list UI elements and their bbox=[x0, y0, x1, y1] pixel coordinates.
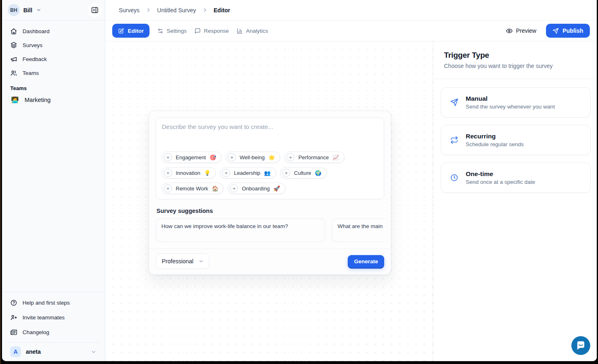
breadcrumb-editor: Editor bbox=[214, 7, 230, 14]
plus-icon: + bbox=[286, 153, 294, 161]
eye-icon bbox=[506, 27, 513, 34]
option-title: Manual bbox=[466, 95, 555, 102]
trigger-option-manual[interactable]: Manual Send the survey whenever you want bbox=[441, 87, 591, 118]
plus-icon: + bbox=[164, 169, 172, 177]
trigger-type-panel: Trigger Type Choose how you want to trig… bbox=[433, 41, 597, 361]
sidebar-header: BH Bill bbox=[2, 0, 105, 20]
topic-label: Leadership bbox=[234, 170, 260, 176]
pencil-square-icon bbox=[118, 28, 124, 34]
editor-canvas[interactable]: Describe the survey you want to create..… bbox=[105, 41, 433, 361]
breadcrumb: Surveys Untitled Survey Editor bbox=[105, 0, 597, 20]
sidebar-nav: Dashboard Surveys Feedback Teams Teams 🧑… bbox=[2, 20, 105, 106]
sidebar-item-dashboard[interactable]: Dashboard bbox=[7, 24, 100, 38]
preview-label: Preview bbox=[516, 27, 537, 34]
tab-editor[interactable]: Editor bbox=[112, 24, 150, 38]
plus-icon: + bbox=[164, 184, 172, 192]
suggestions-row: How can we improve work-life balance in … bbox=[156, 218, 384, 242]
sidebar-item-label: Surveys bbox=[23, 42, 43, 48]
tab-analytics[interactable]: Analytics bbox=[237, 28, 268, 34]
suggestion-card[interactable]: What are the main ob bbox=[332, 218, 384, 242]
tone-select[interactable]: Professional bbox=[156, 253, 209, 269]
chat-launcher-button[interactable] bbox=[571, 336, 590, 355]
users-icon bbox=[10, 70, 17, 77]
sidebar-item-label: Teams bbox=[23, 70, 39, 76]
main-area: Surveys Untitled Survey Editor Editor Se… bbox=[105, 0, 597, 361]
breadcrumb-untitled-survey[interactable]: Untitled Survey bbox=[157, 7, 196, 14]
bulb-emoji-icon: 💡 bbox=[204, 170, 211, 176]
glowing-star-emoji-icon: 🌟 bbox=[268, 154, 275, 161]
preview-button[interactable]: Preview bbox=[506, 27, 537, 34]
topic-chip-innovation[interactable]: +Innovation💡 bbox=[162, 167, 216, 179]
megaphone-icon bbox=[10, 56, 17, 63]
chevron-down-icon bbox=[198, 258, 204, 264]
option-desc: Schedule regular sends bbox=[466, 141, 524, 147]
toolbar-tabs: Editor Settings Response Analytics bbox=[112, 24, 268, 38]
tab-label: Editor bbox=[128, 28, 144, 34]
house-emoji-icon: 🏠 bbox=[212, 185, 218, 192]
tab-label: Response bbox=[204, 28, 229, 34]
publish-label: Publish bbox=[562, 27, 583, 34]
sidebar-item-marketing[interactable]: 🧑‍💻 Marketing bbox=[7, 93, 100, 106]
trigger-options: Manual Send the survey whenever you want… bbox=[433, 79, 597, 193]
option-desc: Send once at a specific date bbox=[466, 179, 535, 185]
account-menu[interactable]: A aneta bbox=[7, 342, 100, 358]
sidebar-item-feedback[interactable]: Feedback bbox=[7, 52, 100, 66]
account-name: aneta bbox=[26, 348, 41, 355]
sidebar-collapse-button[interactable] bbox=[88, 3, 102, 17]
topic-chip-performance[interactable]: +Performance📈 bbox=[284, 151, 344, 163]
trigger-option-recurring[interactable]: Recurring Schedule regular sends bbox=[441, 125, 591, 155]
topic-chip-remote-work[interactable]: +Remote Work🏠 bbox=[162, 183, 224, 194]
footer-item-label: Changelog bbox=[23, 329, 49, 335]
content-area: Describe the survey you want to create..… bbox=[105, 41, 597, 361]
suggestion-card[interactable]: How can we improve work-life balance in … bbox=[156, 218, 325, 242]
plus-icon: + bbox=[164, 153, 172, 161]
sidebar-item-surveys[interactable]: Surveys bbox=[7, 38, 100, 52]
trigger-option-one-time[interactable]: One-time Send once at a specific date bbox=[441, 163, 591, 193]
bar-chart-icon bbox=[237, 28, 243, 34]
topic-chip-culture[interactable]: +Culture🌍 bbox=[280, 167, 327, 179]
plus-icon: + bbox=[222, 169, 230, 177]
account-avatar: A bbox=[10, 346, 21, 357]
chevron-down-icon bbox=[36, 7, 41, 13]
sidebar-item-changelog[interactable]: Changelog bbox=[7, 325, 100, 339]
topic-chip-leadership[interactable]: +Leadership👥 bbox=[220, 167, 276, 179]
tab-settings[interactable]: Settings bbox=[157, 28, 187, 34]
publish-button[interactable]: Publish bbox=[546, 24, 590, 38]
topic-chip-well-being[interactable]: +Well-being🌟 bbox=[226, 151, 280, 163]
generate-button[interactable]: Generate bbox=[348, 255, 384, 268]
sidebar-item-teams[interactable]: Teams bbox=[7, 66, 100, 80]
rocket-emoji-icon: 🚀 bbox=[273, 185, 280, 192]
breadcrumb-surveys[interactable]: Surveys bbox=[119, 7, 140, 14]
topic-chip-onboarding[interactable]: +Onboarding🚀 bbox=[228, 183, 285, 194]
topic-chip-engagement[interactable]: +Engagement🎯 bbox=[162, 151, 222, 163]
workspace-name: Bill bbox=[23, 7, 32, 14]
tab-response[interactable]: Response bbox=[195, 28, 229, 34]
home-icon bbox=[10, 28, 17, 35]
window-edge bbox=[0, 0, 0, 364]
footer-item-label: Help and first steps bbox=[23, 300, 70, 306]
survey-composer-card: Describe the survey you want to create..… bbox=[149, 111, 391, 275]
survey-prompt-input[interactable]: Describe the survey you want to create..… bbox=[156, 118, 384, 199]
sidebar-item-label: Feedback bbox=[23, 56, 47, 62]
plus-icon: + bbox=[228, 153, 236, 161]
trigger-panel-header: Trigger Type Choose how you want to trig… bbox=[433, 41, 597, 79]
tone-value: Professional bbox=[162, 258, 193, 265]
panel-title: Trigger Type bbox=[444, 51, 586, 60]
sidebar: BH Bill Dashboard Surveys Feedback bbox=[2, 0, 105, 361]
clock-icon bbox=[450, 174, 458, 182]
topic-label: Innovation bbox=[176, 170, 200, 176]
workspace-switcher[interactable]: BH Bill bbox=[8, 4, 41, 16]
dart-emoji-icon: 🎯 bbox=[210, 154, 216, 161]
sidebar-item-invite[interactable]: Invite teammates bbox=[7, 310, 100, 325]
repeat-icon bbox=[450, 136, 458, 144]
sidebar-footer: Help and first steps Invite teammates Ch… bbox=[2, 292, 105, 361]
layers-icon bbox=[10, 42, 17, 49]
plus-icon: + bbox=[282, 169, 290, 177]
composer-body: Describe the survey you want to create..… bbox=[149, 111, 391, 242]
sidebar-item-help[interactable]: Help and first steps bbox=[7, 295, 100, 310]
help-circle-icon bbox=[10, 299, 17, 306]
workspace-avatar: BH bbox=[8, 4, 20, 16]
app-window: BH Bill Dashboard Surveys Feedback bbox=[2, 0, 597, 361]
send-icon bbox=[450, 98, 458, 106]
topic-label: Well-being bbox=[240, 154, 265, 161]
